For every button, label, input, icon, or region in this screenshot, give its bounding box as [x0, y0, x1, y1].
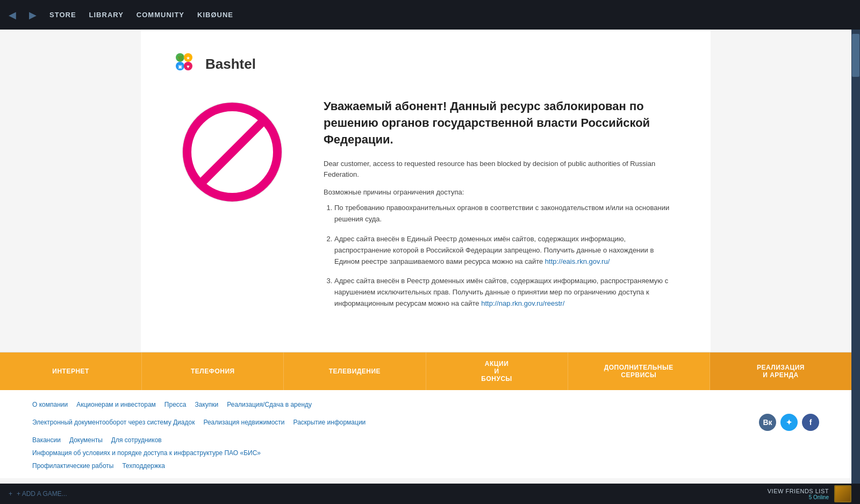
footer-nav-services[interactable]: ДОПОЛНИТЕЛЬНЫЕ СЕРВИСЫ	[568, 352, 710, 390]
blocked-reason-2: Адрес сайта внесён в Единый Реестр домен…	[334, 234, 678, 267]
footer-nav: ИНТЕРНЕТ ТЕЛЕФОНИЯ ТЕЛЕВИДЕНИЕ АКЦИИ И Б…	[0, 352, 851, 390]
svg-text:🌿: 🌿	[177, 55, 184, 61]
blocked-section: Уважаемый абонент! Данный ресурс заблоки…	[173, 98, 678, 318]
footer-link-investors[interactable]: Акционерам и инвесторам	[76, 401, 156, 408]
svg-text:★: ★	[186, 55, 190, 61]
back-button[interactable]: ◀	[9, 9, 16, 21]
facebook-icon: f	[809, 418, 812, 427]
footer-row-2: Электронный документооборот через систем…	[32, 414, 819, 431]
blocked-reason-3: Адрес сайта внесён в Реестр доменных имё…	[334, 276, 678, 309]
footer-nav-realization[interactable]: РЕАЛИЗАЦИЯ И АРЕНДА	[710, 352, 851, 390]
online-count: 5 Online	[768, 494, 829, 500]
footer-link-press[interactable]: Пресса	[164, 401, 187, 408]
footer-nav-telefonia[interactable]: ТЕЛЕФОНИЯ	[142, 352, 284, 390]
bottom-bar: + + ADD A GAME... VIEW FRIENDS LIST 5 On…	[0, 484, 860, 504]
svg-text:♥: ♥	[187, 64, 189, 69]
social-twitter-button[interactable]: ✦	[780, 414, 798, 431]
scrollbar-thumb[interactable]	[852, 34, 859, 77]
nav-community[interactable]: COMMUNITY	[137, 11, 184, 19]
add-game-label: + ADD A GAME...	[17, 490, 67, 498]
footer-nav-internet[interactable]: ИНТЕРНЕТ	[0, 352, 142, 390]
footer-link-docflow[interactable]: Электронный документооборот через систем…	[32, 419, 195, 426]
view-friends-button[interactable]: VIEW FRIENDS LIST	[768, 488, 829, 494]
footer-row-1: О компании Акционерам и инвесторам Пресс…	[32, 401, 819, 408]
footer-link-purchases[interactable]: Закупки	[195, 401, 219, 408]
avatar[interactable]	[834, 485, 851, 502]
blocked-reason-1: По требованию правоохранительных органов…	[334, 203, 678, 225]
add-game-icon: +	[9, 490, 12, 498]
footer-links: О компании Акционерам и инвесторам Пресс…	[0, 390, 851, 478]
footer-nav-tv[interactable]: ТЕЛЕВИДЕНИЕ	[284, 352, 426, 390]
nav-username[interactable]: KIBØUNE	[197, 11, 233, 19]
page-inner: 🌿 ★ ▣ ♥ Bashtel	[141, 30, 711, 352]
blocked-subtitle: Dear customer, access to requested resou…	[324, 159, 678, 179]
blocked-reasons-list: По требованию правоохранительных органов…	[324, 203, 678, 309]
rkn-link-1[interactable]: http://eais.rkn.gov.ru/	[545, 257, 610, 265]
forward-button[interactable]: ▶	[29, 9, 37, 21]
svg-line-10	[201, 121, 263, 183]
bashtel-logo-icon: 🌿 ★ ▣ ♥	[173, 51, 199, 77]
blocked-text-area: Уважаемый абонент! Данный ресурс заблоки…	[324, 98, 678, 318]
footer-link-about[interactable]: О компании	[32, 401, 68, 408]
footer-link-employees[interactable]: Для сотрудников	[111, 436, 162, 444]
top-nav-bar: ◀ ▶ STORE LIBRARY COMMUNITY KIBØUNE	[0, 0, 860, 30]
friends-area: VIEW FRIENDS LIST 5 Online	[768, 485, 851, 502]
footer-row-5: Профилактические работы Техподдержка	[32, 462, 819, 470]
main-area: 🌿 ★ ▣ ♥ Bashtel	[0, 30, 860, 484]
vk-icon: Вк	[763, 418, 772, 427]
avatar-image	[835, 486, 850, 501]
social-facebook-button[interactable]: f	[802, 414, 819, 431]
footer-link-realestate[interactable]: Реализация недвижимости	[203, 419, 284, 426]
footer-link-bis[interactable]: Информация об условиях и порядке доступа…	[32, 449, 261, 457]
footer-link-disclosure[interactable]: Раскрытие информации	[293, 419, 366, 426]
nav-library[interactable]: LIBRARY	[89, 11, 124, 19]
svg-text:▣: ▣	[178, 64, 183, 69]
footer-link-techsupport[interactable]: Техподдержка	[122, 462, 165, 470]
add-game-button[interactable]: + + ADD A GAME...	[9, 490, 67, 498]
footer-nav-akcii[interactable]: АКЦИИ И БОНУСЫ	[426, 352, 568, 390]
social-vk-button[interactable]: Вк	[759, 414, 776, 431]
site-footer: ИНТЕРНЕТ ТЕЛЕФОНИЯ ТЕЛЕВИДЕНИЕ АКЦИИ И Б…	[0, 352, 851, 478]
blocked-icon-area	[173, 98, 291, 206]
footer-link-docs[interactable]: Документы	[69, 436, 103, 444]
logo-area: 🌿 ★ ▣ ♥ Bashtel	[173, 51, 678, 77]
footer-social: Вк ✦ f	[759, 414, 819, 431]
footer-link-vacancies[interactable]: Вакансии	[32, 436, 61, 444]
footer-link-maintenance[interactable]: Профилактические работы	[32, 462, 113, 470]
footer-link-rent[interactable]: Реализация/Сдача в аренду	[227, 401, 312, 408]
page-wrapper: 🌿 ★ ▣ ♥ Bashtel	[0, 30, 851, 484]
twitter-icon: ✦	[786, 418, 792, 427]
nav-store[interactable]: STORE	[49, 11, 76, 19]
scrollbar[interactable]	[851, 30, 860, 484]
footer-row-4: Информация об условиях и порядке доступа…	[32, 449, 819, 457]
browser-content[interactable]: 🌿 ★ ▣ ♥ Bashtel	[0, 30, 851, 484]
blocked-main-title: Уважаемый абонент! Данный ресурс заблоки…	[324, 98, 678, 148]
footer-row-3: Вакансии Документы Для сотрудников	[32, 436, 819, 444]
blocked-reasons-label: Возможные причины ограничения доступа:	[324, 188, 678, 196]
blocked-icon	[178, 98, 286, 206]
rkn-link-2[interactable]: http://nap.rkn.gov.ru/reestr/	[481, 299, 564, 307]
logo-text: Bashtel	[205, 56, 256, 73]
